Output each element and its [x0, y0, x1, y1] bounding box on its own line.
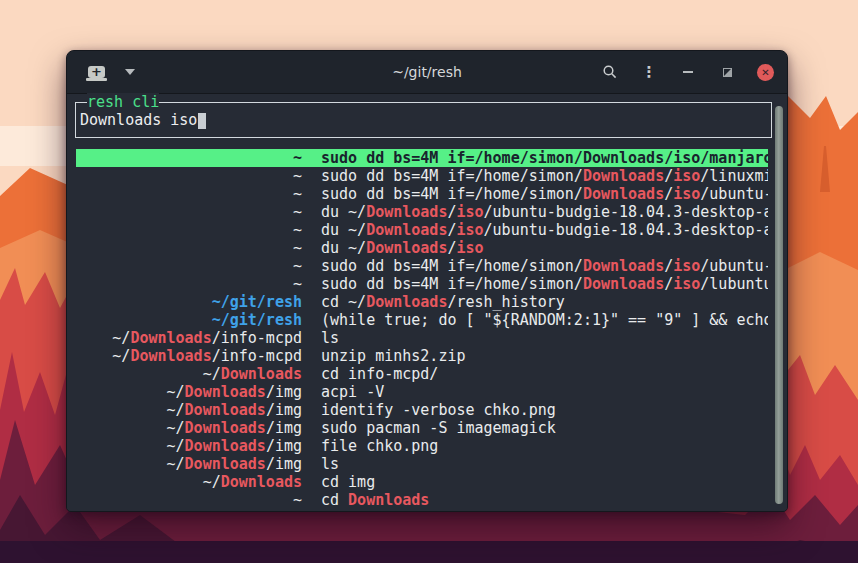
- history-row[interactable]: ~/Downloadscd img: [76, 473, 768, 491]
- terminal-content: resh cli Downloads iso ~sudo dd bs=4M if…: [67, 94, 787, 511]
- history-row[interactable]: ~/Downloads/imgacpi -V: [76, 383, 768, 401]
- history-row[interactable]: ~/Downloads/imgfile chko.png: [76, 437, 768, 455]
- scrollbar-thumb[interactable]: [775, 106, 783, 504]
- history-row[interactable]: ~du ~/Downloads/iso/ubuntu-budgie-18.04.…: [76, 203, 768, 221]
- restore-button[interactable]: [718, 63, 736, 81]
- new-tab-icon[interactable]: [88, 66, 105, 78]
- history-row[interactable]: ~sudo dd bs=4M if=/home/simon/Downloads/…: [76, 149, 768, 167]
- history-row[interactable]: ~/Downloadscd info-mcpd/: [76, 365, 768, 383]
- history-row[interactable]: ~/git/reshcd ~/Downloads/resh_history: [76, 293, 768, 311]
- history-row[interactable]: ~du ~/Downloads/iso: [76, 239, 768, 257]
- history-row[interactable]: ~/Downloads/imgsudo pacman -S imagemagic…: [76, 419, 768, 437]
- search-button[interactable]: [601, 63, 619, 81]
- history-row[interactable]: ~du ~/Downloads/iso/ubuntu-budgie-18.04.…: [76, 221, 768, 239]
- titlebar[interactable]: ~/git/resh ⋮ ✕: [67, 51, 787, 94]
- wallpaper-foreground: [0, 541, 858, 563]
- search-icon: [602, 64, 618, 80]
- menu-kebab-icon[interactable]: ⋮: [640, 63, 658, 81]
- restore-icon: [723, 68, 732, 77]
- history-row[interactable]: ~/Downloads/imgls: [76, 455, 768, 473]
- search-input[interactable]: Downloads iso: [80, 111, 206, 129]
- resh-search-box[interactable]: resh cli Downloads iso: [75, 102, 772, 138]
- history-row[interactable]: ~/Downloads/imgidentify -verbose chko.pn…: [76, 401, 768, 419]
- history-row[interactable]: ~/Downloads/info-mcpdls: [76, 329, 768, 347]
- history-row[interactable]: ~/git/resh(while true; do [ "${RANDOM:2:…: [76, 311, 768, 329]
- history-row[interactable]: ~sudo dd bs=4M if=/home/simon/Downloads/…: [76, 167, 768, 185]
- chevron-down-icon[interactable]: [125, 69, 135, 75]
- history-row[interactable]: ~/Downloads/info-mcpdunzip minhs2.zip: [76, 347, 768, 365]
- history-list: ~sudo dd bs=4M if=/home/simon/Downloads/…: [76, 149, 768, 509]
- text-cursor: [198, 113, 206, 129]
- resh-box-label: resh cli: [87, 93, 159, 111]
- minimize-button[interactable]: [679, 63, 697, 81]
- history-row[interactable]: ~cd Downloads: [76, 491, 768, 509]
- history-row[interactable]: ~sudo dd bs=4M if=/home/simon/Downloads/…: [76, 185, 768, 203]
- terminal-window: ~/git/resh ⋮ ✕ resh cli Downloads iso ~s…: [66, 50, 788, 512]
- minimize-icon: [683, 71, 693, 73]
- close-button[interactable]: ✕: [757, 64, 774, 81]
- history-row[interactable]: ~sudo dd bs=4M if=/home/simon/Downloads/…: [76, 275, 768, 293]
- history-row[interactable]: ~sudo dd bs=4M if=/home/simon/Downloads/…: [76, 257, 768, 275]
